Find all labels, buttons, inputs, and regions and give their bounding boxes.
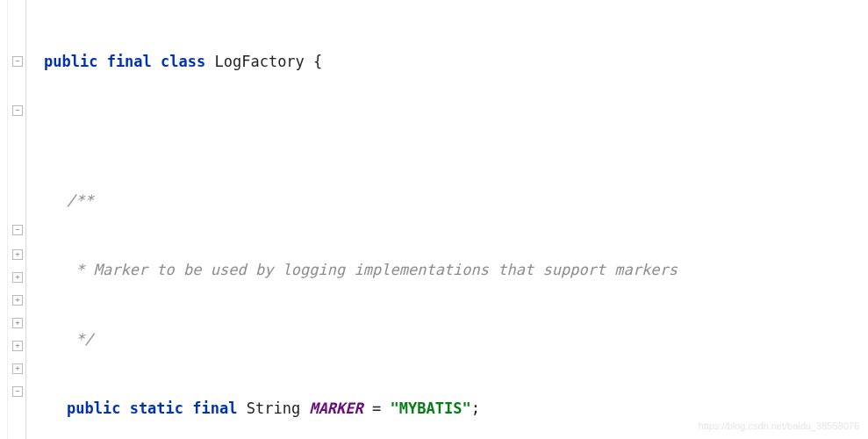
fold-icon[interactable]: + [12,318,23,328]
semi: ; [471,399,480,417]
class-name: LogFactory [214,53,304,70]
keyword-public-final-class: public final class [44,53,205,70]
gutter: − − − + + + + + + − [0,0,26,439]
type-string: String [247,399,300,417]
string-literal: "MYBATIS" [391,399,471,417]
fold-icon[interactable]: − [12,56,23,67]
javadoc-close: */ [44,327,678,350]
fold-icon[interactable]: + [12,249,23,260]
code-area[interactable]: public final class LogFactory { /** * Ma… [26,0,678,439]
fold-icon[interactable]: + [12,295,23,306]
javadoc-open: /** [44,189,678,212]
fold-icon[interactable]: − [12,225,23,235]
keyword-mods: public static final [67,399,237,417]
field-marker: MARKER [309,399,362,417]
javadoc-body: * Marker to be used by logging implement… [44,258,678,281]
class-declaration: public final class LogFactory { [44,50,678,73]
fold-icon[interactable]: + [12,341,23,351]
fold-icon[interactable]: + [12,272,23,283]
eq: = [363,399,391,417]
fold-icon[interactable]: + [12,363,23,374]
code-editor[interactable]: − − − + + + + + + − public final class L… [0,0,868,439]
watermark: https://blog.csdn.net/baidu_38558076 [699,419,859,434]
brace: { [313,53,322,70]
marker-field: public static final String MARKER = "MYB… [44,397,678,420]
fold-icon[interactable]: − [12,386,23,397]
fold-icon[interactable]: − [12,105,23,116]
